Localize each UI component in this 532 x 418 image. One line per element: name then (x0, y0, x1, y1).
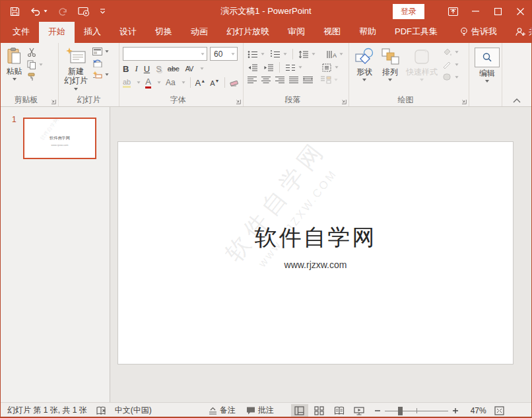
undo-dropdown-icon[interactable] (44, 10, 47, 12)
clipboard-dialog-launcher-icon[interactable] (51, 99, 56, 104)
font-color-dropdown-icon[interactable] (157, 81, 160, 83)
login-button[interactable]: 登录 (393, 4, 424, 19)
tab-file[interactable]: 文件 (3, 21, 39, 43)
highlight-button[interactable]: ab (123, 78, 131, 88)
text-direction-icon[interactable]: A (326, 50, 343, 59)
copy-icon[interactable] (27, 60, 43, 69)
text-direction-dropdown-icon[interactable] (339, 53, 343, 55)
paste-button[interactable]: 粘贴 (3, 46, 26, 96)
change-case-dropdown-icon[interactable] (182, 81, 185, 83)
grow-font-button[interactable]: A▲ (195, 78, 206, 88)
smartart-dropdown-icon[interactable] (334, 79, 337, 81)
font-color-button[interactable]: A (145, 77, 151, 88)
line-spacing-icon[interactable] (298, 50, 316, 59)
decrease-indent-icon[interactable] (248, 63, 258, 72)
cut-icon[interactable] (27, 48, 43, 57)
change-case-button[interactable]: Aa (166, 78, 176, 87)
font-size-input[interactable] (213, 49, 230, 59)
notes-toggle[interactable]: 备注 (209, 405, 236, 416)
zoom-level[interactable]: 47% (467, 406, 486, 415)
font-size-dropdown-icon[interactable] (231, 53, 234, 55)
font-name-input[interactable] (125, 49, 199, 59)
increase-indent-icon[interactable] (263, 63, 274, 72)
ribbon-display-options-icon[interactable] (442, 1, 464, 22)
paste-dropdown-icon[interactable] (13, 78, 17, 81)
slide-title-text[interactable]: 软件自学网 (118, 223, 513, 253)
align-text-dropdown-icon[interactable] (335, 66, 338, 68)
format-painter-icon[interactable] (27, 73, 43, 81)
font-name-dropdown-icon[interactable] (201, 53, 204, 55)
numbering-icon[interactable] (270, 50, 287, 59)
editing-button[interactable]: 编辑 (471, 46, 503, 96)
slide-thumbnail[interactable]: 软件自学网 软件自学网 www.rjzxw.com (23, 118, 96, 159)
spacing-dropdown-icon[interactable] (201, 67, 204, 69)
bullets-dropdown-icon[interactable] (261, 53, 264, 55)
text-shadow-button[interactable]: S (156, 64, 162, 74)
shrink-font-button[interactable]: A▼ (210, 79, 219, 87)
font-dialog-launcher-icon[interactable] (236, 99, 241, 104)
align-text-icon[interactable] (322, 63, 339, 72)
align-left-icon[interactable] (248, 76, 257, 84)
new-slide-dropdown-icon[interactable] (74, 88, 78, 90)
slide-layout-icon[interactable] (92, 48, 109, 55)
justify-icon[interactable] (289, 76, 298, 84)
underline-button[interactable]: U (144, 64, 150, 74)
tab-tell-me[interactable]: 告诉我 (451, 21, 506, 43)
shapes-button[interactable]: 形状 (351, 46, 378, 96)
slide-thumbnail-panel[interactable]: 1 软件自学网 软件自学网 www.rjzxw.com (1, 107, 110, 402)
language-indicator[interactable]: 中文(中国) (115, 405, 152, 416)
normal-view-button[interactable] (291, 404, 308, 417)
slide-canvas[interactable]: 软件自学网 www.RJZXW.COM 软件自学网 www.rjzxw.com (117, 141, 514, 365)
align-center-icon[interactable] (261, 76, 271, 84)
tab-home[interactable]: 开始 (39, 21, 75, 43)
tab-help[interactable]: 帮助 (350, 21, 385, 43)
bold-button[interactable]: B (123, 64, 129, 74)
new-slide-button[interactable]: 新建 幻灯片 (61, 46, 91, 96)
character-spacing-button[interactable]: AV (185, 65, 193, 73)
tab-transitions[interactable]: 切换 (146, 21, 182, 43)
layout-dropdown-icon[interactable] (105, 50, 108, 52)
maximize-button[interactable] (486, 1, 509, 22)
tab-view[interactable]: 视图 (314, 21, 350, 43)
zoom-slider-handle[interactable] (398, 407, 403, 415)
section-icon[interactable] (92, 71, 109, 79)
bullets-icon[interactable] (248, 50, 265, 59)
close-button[interactable] (509, 1, 531, 22)
arrange-dropdown-icon[interactable] (388, 79, 392, 81)
save-icon[interactable] (10, 7, 20, 17)
spellcheck-icon[interactable] (96, 406, 107, 415)
strikethrough-button[interactable]: abc (168, 65, 180, 73)
undo-icon[interactable] (30, 7, 48, 16)
font-size-combo[interactable] (210, 47, 238, 61)
columns-dropdown-icon[interactable] (298, 66, 302, 68)
section-dropdown-icon[interactable] (105, 73, 108, 75)
highlight-dropdown-icon[interactable] (137, 81, 141, 83)
distribute-icon[interactable] (303, 76, 313, 84)
collapse-ribbon-icon[interactable] (513, 98, 521, 103)
arrange-button[interactable]: 排列 (378, 46, 403, 96)
reset-slide-icon[interactable] (92, 59, 109, 67)
fit-to-window-icon[interactable] (494, 406, 504, 415)
tab-insert[interactable]: 插入 (75, 21, 110, 43)
slide-counter[interactable]: 幻灯片 第 1 张, 共 1 张 (7, 405, 87, 416)
minimize-button[interactable] (464, 1, 486, 22)
paragraph-dialog-launcher-icon[interactable] (341, 99, 347, 104)
share-button[interactable]: 共享 (506, 21, 532, 43)
tab-slideshow[interactable]: 幻灯片放映 (217, 21, 279, 43)
zoom-out-icon[interactable] (374, 407, 381, 414)
tab-pdf-tools[interactable]: PDF工具集 (385, 21, 447, 43)
shapes-dropdown-icon[interactable] (362, 79, 366, 81)
drawing-dialog-launcher-icon[interactable] (461, 99, 467, 104)
slide-subtitle-text[interactable]: www.rjzxw.com (118, 260, 513, 270)
font-name-combo[interactable] (123, 47, 207, 61)
convert-smartart-icon[interactable] (320, 75, 338, 84)
slide-sorter-view-button[interactable] (311, 404, 328, 417)
columns-icon[interactable] (285, 63, 302, 72)
customize-qat-icon[interactable] (100, 9, 106, 15)
clear-formatting-icon[interactable] (230, 79, 239, 87)
reading-view-button[interactable] (331, 404, 348, 417)
tab-design[interactable]: 设计 (110, 21, 146, 43)
zoom-slider[interactable] (385, 406, 448, 415)
numbering-dropdown-icon[interactable] (283, 53, 286, 55)
slideshow-view-button[interactable] (350, 404, 368, 417)
